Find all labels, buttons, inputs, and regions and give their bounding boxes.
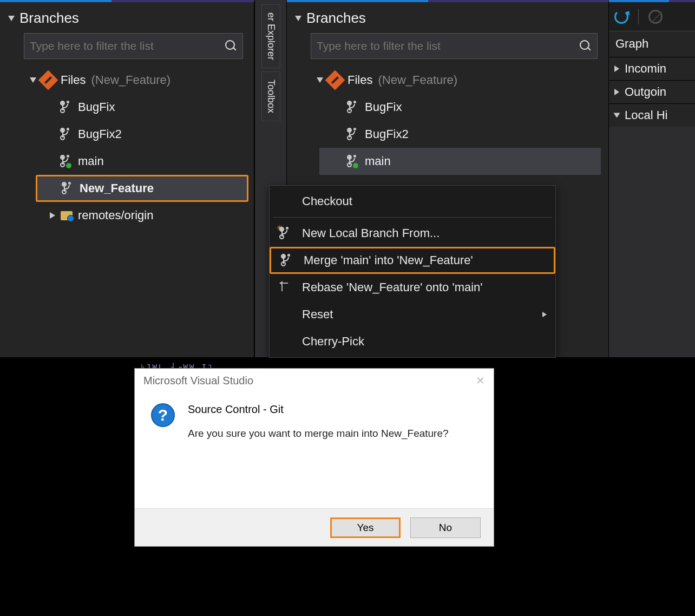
- branch-item[interactable]: BugFix2: [0, 121, 254, 148]
- branch-item-main[interactable]: main: [319, 148, 601, 175]
- outgoing-label: Outgoin: [625, 85, 666, 99]
- chevron-right-icon: [614, 65, 619, 72]
- outgoing-section[interactable]: Outgoin: [609, 81, 695, 103]
- branch-icon: [60, 128, 73, 141]
- remotes-node[interactable]: remotes/origin: [0, 202, 254, 229]
- chevron-down-icon: [614, 113, 620, 118]
- repo-label: Files: [61, 73, 86, 87]
- new-branch-icon: ✳: [279, 227, 292, 240]
- menu-checkout[interactable]: Checkout: [270, 188, 555, 215]
- git-repo-icon: [38, 70, 58, 90]
- branch-label: BugFix: [78, 100, 115, 114]
- branch-item[interactable]: BugFix: [0, 94, 254, 121]
- branch-icon: [60, 155, 73, 168]
- branch-label: main: [78, 154, 104, 168]
- repo-label: Files: [348, 73, 372, 87]
- branch-item-current[interactable]: New_Feature: [36, 175, 248, 202]
- branch-icon: [60, 101, 73, 114]
- local-history-section[interactable]: Local Hi: [609, 104, 695, 127]
- confirm-merge-dialog: Microsoft Visual Studio ✕ ? Source Contr…: [134, 368, 494, 547]
- git-repo-icon: [325, 70, 345, 90]
- folder-remote-icon: [61, 211, 73, 220]
- repo-node[interactable]: Files (New_Feature): [287, 67, 608, 94]
- filter-container: [24, 33, 243, 59]
- chevron-down-icon: [317, 77, 323, 83]
- disabled-action-icon: [648, 10, 663, 24]
- branch-item[interactable]: BugFix2: [287, 121, 608, 148]
- remotes-label: remotes/origin: [78, 208, 153, 222]
- tab-server-explorer[interactable]: er Explorer: [261, 4, 280, 68]
- incoming-label: Incomin: [625, 62, 666, 76]
- chevron-right-icon: [614, 89, 619, 95]
- filter-input[interactable]: [317, 40, 580, 53]
- repo-node[interactable]: Files (New_Feature): [0, 67, 254, 94]
- section-title: Branches: [306, 10, 366, 27]
- branch-label: main: [365, 154, 391, 168]
- menu-label: New Local Branch From...: [302, 226, 440, 240]
- menu-label: Rebase 'New_Feature' onto 'main': [302, 280, 483, 294]
- menu-label: Merge 'main' into 'New_Feature': [304, 253, 473, 267]
- repo-current-branch: (New_Feature): [378, 73, 457, 87]
- chevron-right-icon: [50, 212, 55, 219]
- refresh-icon[interactable]: [614, 10, 628, 24]
- search-icon[interactable]: [225, 40, 237, 52]
- collapse-icon: [8, 16, 15, 21]
- submenu-arrow-icon: [542, 312, 547, 317]
- branches-panel-left: Branches Files (New_Feature) BugFix BugF…: [0, 0, 254, 357]
- menu-label: Reset: [302, 307, 333, 322]
- branch-icon: [346, 155, 359, 168]
- filter-container: [311, 33, 598, 59]
- search-icon[interactable]: [580, 40, 592, 52]
- merge-icon: [280, 254, 293, 267]
- branch-label: BugFix2: [365, 127, 409, 141]
- dialog-message: Are you sure you want to merge main into…: [188, 428, 449, 440]
- filter-input[interactable]: [30, 40, 225, 53]
- menu-merge[interactable]: Merge 'main' into 'New_Feature': [270, 247, 555, 274]
- close-icon[interactable]: ✕: [476, 374, 485, 387]
- menu-cherry-pick[interactable]: Cherry-Pick: [270, 328, 555, 355]
- dialog-title: Microsoft Visual Studio: [143, 375, 253, 387]
- branch-label: New_Feature: [80, 181, 154, 195]
- dialog-heading: Source Control - Git: [188, 403, 449, 416]
- branch-icon: [346, 101, 359, 114]
- section-header[interactable]: Branches: [0, 2, 254, 30]
- incoming-section[interactable]: Incomin: [609, 57, 695, 80]
- menu-separator: [273, 217, 552, 218]
- no-button[interactable]: No: [410, 517, 481, 538]
- branch-icon: [346, 128, 359, 141]
- branch-context-menu: Checkout ✳ New Local Branch From... Merg…: [269, 185, 556, 358]
- branch-icon: [61, 182, 74, 195]
- graph-label: Graph: [609, 31, 695, 57]
- menu-reset[interactable]: Reset: [270, 301, 555, 328]
- yes-button[interactable]: Yes: [330, 517, 401, 538]
- separator: [638, 9, 639, 24]
- branch-item-main[interactable]: main: [0, 148, 254, 175]
- menu-label: Cherry-Pick: [302, 335, 364, 349]
- menu-rebase[interactable]: Rebase 'New_Feature' onto 'main': [270, 274, 555, 301]
- chevron-down-icon: [30, 77, 36, 83]
- graph-sidebar: Graph Incomin Outgoin Local Hi: [608, 0, 695, 357]
- menu-new-local-branch[interactable]: ✳ New Local Branch From...: [270, 220, 555, 247]
- branch-item[interactable]: BugFix: [287, 94, 608, 121]
- repo-current-branch: (New_Feature): [91, 73, 171, 87]
- section-header[interactable]: Branches: [287, 2, 608, 30]
- question-icon: ?: [151, 403, 175, 427]
- collapse-icon: [295, 16, 301, 21]
- menu-label: Checkout: [302, 194, 352, 208]
- local-history-label: Local Hi: [625, 108, 667, 122]
- branch-label: BugFix2: [78, 127, 122, 141]
- tab-toolbox[interactable]: Toolbox: [261, 71, 280, 121]
- rebase-icon: [279, 281, 291, 293]
- branch-label: BugFix: [365, 100, 402, 114]
- section-title: Branches: [19, 10, 79, 27]
